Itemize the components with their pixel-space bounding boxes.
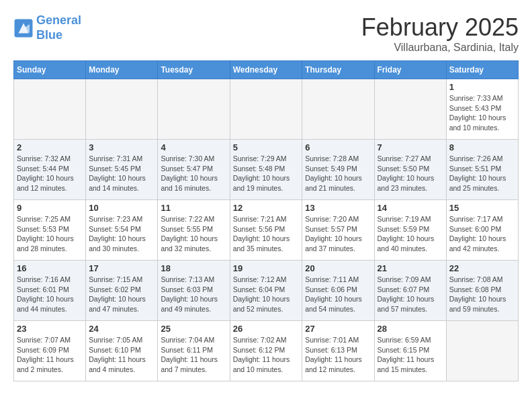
day-number: 10 [89,203,154,213]
calendar-day-cell: 21Sunrise: 7:09 AM Sunset: 6:07 PM Dayli… [374,261,446,321]
day-number: 6 [305,142,371,152]
day-number: 26 [233,324,300,334]
location: Villaurbana, Sardinia, Italy [361,42,519,54]
calendar-day-cell: 10Sunrise: 7:23 AM Sunset: 5:54 PM Dayli… [86,200,158,261]
calendar-day-cell: 6Sunrise: 7:28 AM Sunset: 5:49 PM Daylig… [302,140,374,200]
day-info: Sunrise: 7:28 AM Sunset: 5:49 PM Dayligh… [305,154,371,193]
day-number: 8 [449,142,515,152]
day-info: Sunrise: 7:15 AM Sunset: 6:02 PM Dayligh… [89,275,154,314]
day-number: 5 [233,142,300,152]
day-info: Sunrise: 7:01 AM Sunset: 6:13 PM Dayligh… [305,335,371,375]
calendar: SundayMondayTuesdayWednesdayThursdayFrid… [13,60,519,381]
day-number: 17 [89,263,154,273]
day-number: 23 [17,324,83,334]
calendar-day-cell: 27Sunrise: 7:01 AM Sunset: 6:13 PM Dayli… [302,321,374,381]
calendar-day-cell [230,79,302,140]
calendar-day-cell [446,321,518,381]
calendar-day-cell: 19Sunrise: 7:12 AM Sunset: 6:04 PM Dayli… [230,261,302,321]
weekday-header: Sunday [14,61,86,79]
day-info: Sunrise: 7:11 AM Sunset: 6:06 PM Dayligh… [305,275,371,314]
calendar-day-cell: 15Sunrise: 7:17 AM Sunset: 6:00 PM Dayli… [446,200,518,261]
day-info: Sunrise: 7:31 AM Sunset: 5:45 PM Dayligh… [89,154,154,193]
day-number: 12 [233,203,300,213]
calendar-day-cell [302,79,374,140]
day-number: 20 [305,263,371,273]
weekday-header: Monday [86,61,158,79]
day-info: Sunrise: 7:30 AM Sunset: 5:47 PM Dayligh… [161,154,226,193]
day-info: Sunrise: 7:05 AM Sunset: 6:10 PM Dayligh… [89,335,154,375]
calendar-week-row: 2Sunrise: 7:32 AM Sunset: 5:44 PM Daylig… [14,140,519,200]
day-number: 1 [449,82,515,92]
day-number: 25 [161,324,226,334]
calendar-day-cell [86,79,158,140]
calendar-day-cell: 26Sunrise: 7:02 AM Sunset: 6:12 PM Dayli… [230,321,302,381]
calendar-week-row: 23Sunrise: 7:07 AM Sunset: 6:09 PM Dayli… [14,321,519,381]
calendar-day-cell: 12Sunrise: 7:21 AM Sunset: 5:56 PM Dayli… [230,200,302,261]
day-info: Sunrise: 7:13 AM Sunset: 6:03 PM Dayligh… [161,275,226,314]
calendar-day-cell: 4Sunrise: 7:30 AM Sunset: 5:47 PM Daylig… [158,140,230,200]
calendar-day-cell: 1Sunrise: 7:33 AM Sunset: 5:43 PM Daylig… [446,79,518,140]
calendar-day-cell: 9Sunrise: 7:25 AM Sunset: 5:53 PM Daylig… [14,200,86,261]
page-header: General Blue February 2025 Villaurbana, … [13,13,519,54]
weekday-header: Friday [374,61,446,79]
day-info: Sunrise: 7:27 AM Sunset: 5:50 PM Dayligh… [378,154,443,193]
day-info: Sunrise: 7:32 AM Sunset: 5:44 PM Dayligh… [17,154,83,193]
day-number: 14 [378,203,443,213]
day-number: 9 [17,203,83,213]
day-number: 16 [17,263,83,273]
day-number: 24 [89,324,154,334]
calendar-day-cell: 5Sunrise: 7:29 AM Sunset: 5:48 PM Daylig… [230,140,302,200]
day-info: Sunrise: 7:25 AM Sunset: 5:53 PM Dayligh… [17,214,83,254]
calendar-week-row: 9Sunrise: 7:25 AM Sunset: 5:53 PM Daylig… [14,200,519,261]
calendar-day-cell: 25Sunrise: 7:04 AM Sunset: 6:11 PM Dayli… [158,321,230,381]
day-info: Sunrise: 7:08 AM Sunset: 6:08 PM Dayligh… [449,275,515,314]
calendar-day-cell: 16Sunrise: 7:16 AM Sunset: 6:01 PM Dayli… [14,261,86,321]
calendar-day-cell: 14Sunrise: 7:19 AM Sunset: 5:59 PM Dayli… [374,200,446,261]
calendar-day-cell: 11Sunrise: 7:22 AM Sunset: 5:55 PM Dayli… [158,200,230,261]
day-number: 7 [378,142,443,152]
day-info: Sunrise: 7:09 AM Sunset: 6:07 PM Dayligh… [378,275,443,314]
day-info: Sunrise: 7:02 AM Sunset: 6:12 PM Dayligh… [233,335,300,375]
weekday-header: Wednesday [230,61,302,79]
day-info: Sunrise: 7:17 AM Sunset: 6:00 PM Dayligh… [449,214,515,254]
day-number: 13 [305,203,371,213]
calendar-day-cell: 22Sunrise: 7:08 AM Sunset: 6:08 PM Dayli… [446,261,518,321]
weekday-header: Tuesday [158,61,230,79]
month-title: February 2025 [361,13,519,42]
calendar-day-cell: 20Sunrise: 7:11 AM Sunset: 6:06 PM Dayli… [302,261,374,321]
day-info: Sunrise: 7:22 AM Sunset: 5:55 PM Dayligh… [161,214,226,254]
calendar-day-cell [374,79,446,140]
logo: General Blue [13,13,81,42]
calendar-day-cell: 8Sunrise: 7:26 AM Sunset: 5:51 PM Daylig… [446,140,518,200]
day-info: Sunrise: 7:33 AM Sunset: 5:43 PM Dayligh… [449,93,515,133]
day-number: 27 [305,324,371,334]
calendar-day-cell: 24Sunrise: 7:05 AM Sunset: 6:10 PM Dayli… [86,321,158,381]
day-info: Sunrise: 6:59 AM Sunset: 6:15 PM Dayligh… [378,335,443,375]
calendar-day-cell [158,79,230,140]
day-number: 22 [449,263,515,273]
day-info: Sunrise: 7:16 AM Sunset: 6:01 PM Dayligh… [17,275,83,314]
calendar-day-cell: 3Sunrise: 7:31 AM Sunset: 5:45 PM Daylig… [86,140,158,200]
day-info: Sunrise: 7:20 AM Sunset: 5:57 PM Dayligh… [305,214,371,254]
calendar-week-row: 16Sunrise: 7:16 AM Sunset: 6:01 PM Dayli… [14,261,519,321]
title-section: February 2025 Villaurbana, Sardinia, Ita… [361,13,519,54]
calendar-day-cell [14,79,86,140]
day-info: Sunrise: 7:07 AM Sunset: 6:09 PM Dayligh… [17,335,83,375]
calendar-day-cell: 18Sunrise: 7:13 AM Sunset: 6:03 PM Dayli… [158,261,230,321]
day-info: Sunrise: 7:21 AM Sunset: 5:56 PM Dayligh… [233,214,300,254]
calendar-day-cell: 7Sunrise: 7:27 AM Sunset: 5:50 PM Daylig… [374,140,446,200]
day-number: 21 [378,263,443,273]
day-number: 3 [89,142,154,152]
calendar-day-cell: 13Sunrise: 7:20 AM Sunset: 5:57 PM Dayli… [302,200,374,261]
day-info: Sunrise: 7:19 AM Sunset: 5:59 PM Dayligh… [378,214,443,254]
logo-text: General Blue [36,13,81,42]
calendar-day-cell: 23Sunrise: 7:07 AM Sunset: 6:09 PM Dayli… [14,321,86,381]
weekday-header: Saturday [446,61,518,79]
calendar-header-row: SundayMondayTuesdayWednesdayThursdayFrid… [14,61,519,79]
logo-icon [13,18,34,38]
day-number: 2 [17,142,83,152]
day-info: Sunrise: 7:23 AM Sunset: 5:54 PM Dayligh… [89,214,154,254]
day-info: Sunrise: 7:26 AM Sunset: 5:51 PM Dayligh… [449,154,515,193]
day-number: 19 [233,263,300,273]
day-number: 15 [449,203,515,213]
